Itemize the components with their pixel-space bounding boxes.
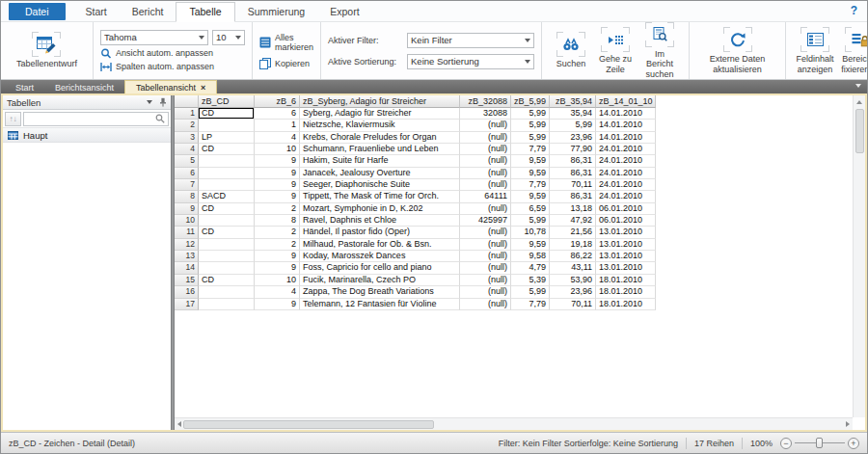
table-cell[interactable] [199, 215, 255, 227]
scroll-left-arrow-icon[interactable] [177, 421, 181, 427]
table-cell[interactable]: Mozart, Symphonie in D, K.202 [300, 203, 460, 215]
table-cell[interactable]: (null) [460, 144, 511, 155]
row-number-cell[interactable]: 14 [175, 262, 199, 274]
autofit-view-button[interactable]: Ansicht autom. anpassen [100, 48, 245, 59]
table-cell[interactable]: 2 [255, 203, 300, 215]
table-cell[interactable]: 6,59 [511, 203, 550, 215]
close-icon[interactable]: × [201, 84, 205, 93]
table-cell[interactable] [199, 120, 255, 131]
row-number-cell[interactable]: 8 [175, 191, 199, 202]
table-cell[interactable]: 9,59 [511, 239, 550, 251]
table-cell[interactable]: Syberg, Adagio für Streicher [300, 108, 460, 120]
table-cell[interactable]: 10,78 [511, 227, 550, 238]
help-icon[interactable]: ? [851, 4, 857, 17]
row-number-cell[interactable]: 1 [175, 108, 199, 120]
table-cell[interactable] [199, 286, 255, 298]
table-cell[interactable]: (null) [460, 275, 511, 286]
search-button[interactable]: Suchen [549, 30, 593, 70]
table-cell[interactable]: 9 [255, 179, 300, 191]
row-number-cell[interactable]: 9 [175, 203, 199, 215]
table-cell[interactable]: 6 [255, 108, 300, 120]
ribbon-tab-tabelle[interactable]: Tabelle [176, 2, 234, 22]
table-cell[interactable]: 53,90 [550, 275, 596, 286]
table-cell[interactable]: 35,94 [550, 108, 596, 120]
active-sort-combo[interactable]: Keine Sortierung [407, 54, 534, 69]
table-cell[interactable] [199, 262, 255, 274]
column-header-2[interactable]: zB_Syberg, Adagio für Streicher [300, 95, 460, 108]
table-cell[interactable]: (null) [460, 262, 511, 274]
view-tab-berichtsansicht[interactable]: Berichtsansicht [44, 80, 124, 93]
table-cell[interactable]: Telemann, 12 Fantasien für Violine [300, 299, 460, 310]
table-cell[interactable]: 2 [255, 239, 300, 251]
table-cell[interactable]: 24.01.2010 [596, 168, 656, 179]
table-cell[interactable]: 10 [255, 144, 300, 155]
table-cell[interactable]: (null) [460, 120, 511, 131]
table-cell[interactable]: 06.01.2010 [596, 203, 656, 215]
table-cell[interactable]: (null) [460, 203, 511, 215]
table-cell[interactable]: 9,59 [511, 168, 550, 179]
row-number-cell[interactable]: 13 [175, 251, 199, 262]
active-filter-combo[interactable]: Kein Filter [407, 33, 534, 48]
horizontal-scrollbar-thumb[interactable] [183, 420, 434, 429]
ribbon-tab-export[interactable]: Export [317, 3, 371, 21]
zoom-slider-track[interactable] [795, 442, 845, 443]
table-cell[interactable]: CD [199, 227, 255, 238]
tables-search-input[interactable] [27, 114, 155, 123]
select-all-button[interactable]: Alles markieren [259, 33, 313, 52]
ribbon-tab-datei[interactable]: Datei [9, 3, 66, 20]
table-cell[interactable]: 9 [255, 299, 300, 310]
ribbon-tab-start[interactable]: Start [73, 3, 120, 21]
table-cell[interactable]: (null) [460, 227, 511, 238]
row-number-cell[interactable]: 4 [175, 144, 199, 155]
table-cell[interactable]: 13.01.2010 [596, 251, 656, 262]
row-number-cell[interactable]: 6 [175, 168, 199, 179]
table-cell[interactable]: 14.01.2010 [596, 132, 656, 144]
table-cell[interactable]: 5,99 [511, 132, 550, 144]
table-cell[interactable]: (null) [460, 179, 511, 191]
table-cell[interactable]: 18.01.2010 [596, 299, 656, 310]
table-cell[interactable]: 5,99 [511, 286, 550, 298]
sort-toggle-button[interactable]: ↑↓ [5, 112, 21, 126]
scroll-right-arrow-icon[interactable] [846, 421, 850, 427]
table-cell[interactable]: 9,59 [511, 155, 550, 167]
table-cell[interactable]: 9 [255, 191, 300, 202]
table-cell[interactable]: (null) [460, 168, 511, 179]
vertical-scrollbar[interactable] [853, 95, 865, 417]
table-cell[interactable]: CD [199, 144, 255, 155]
table-cell[interactable]: CD [199, 108, 255, 120]
font-size-combo[interactable]: 10 [212, 30, 245, 45]
ribbon-tab-bericht[interactable]: Bericht [120, 3, 176, 21]
table-cell[interactable]: 14.01.2010 [596, 108, 656, 120]
horizontal-scrollbar[interactable] [175, 417, 853, 430]
table-cell[interactable] [199, 251, 255, 262]
table-cell[interactable]: 70,11 [550, 179, 596, 191]
tab-list-chevron-icon[interactable] [855, 84, 861, 88]
vertical-scrollbar-thumb[interactable] [855, 109, 864, 153]
column-header-4[interactable]: zB_5,99 [511, 95, 550, 108]
table-cell[interactable]: 23,96 [550, 286, 596, 298]
table-cell[interactable]: Koday, Marosszek Dances [300, 251, 460, 262]
table-design-button[interactable]: Tabellenentwurf [14, 30, 80, 70]
field-content-button[interactable]: Feldinhalt anzeigen [793, 25, 837, 76]
table-cell[interactable]: (null) [460, 155, 511, 167]
font-name-combo[interactable]: Tahoma [100, 30, 208, 45]
table-cell[interactable]: 5,99 [511, 108, 550, 120]
table-cell[interactable]: SACD [199, 191, 255, 202]
table-cell[interactable]: 9 [255, 168, 300, 179]
table-cell[interactable]: 86,31 [550, 168, 596, 179]
table-cell[interactable]: 7,79 [511, 299, 550, 310]
zoom-out-button[interactable]: − [780, 438, 792, 449]
table-cell[interactable]: Seeger, Diaphonische Suite [300, 179, 460, 191]
table-cell[interactable]: 13,18 [550, 203, 596, 215]
report-search-button[interactable]: Im Bericht suchen [637, 20, 682, 81]
table-cell[interactable]: 9,59 [511, 191, 550, 202]
row-number-cell[interactable]: 2 [175, 120, 199, 131]
table-cell[interactable]: LP [199, 132, 255, 144]
table-cell[interactable]: 13.01.2010 [596, 227, 656, 238]
table-cell[interactable] [199, 155, 255, 167]
table-cell[interactable]: 86,22 [550, 251, 596, 262]
table-cell[interactable]: 24.01.2010 [596, 191, 656, 202]
row-number-cell[interactable]: 16 [175, 286, 199, 298]
column-header-3[interactable]: zB_32088 [460, 95, 511, 108]
autofit-columns-button[interactable]: Spalten autom. anpassen [100, 62, 245, 72]
